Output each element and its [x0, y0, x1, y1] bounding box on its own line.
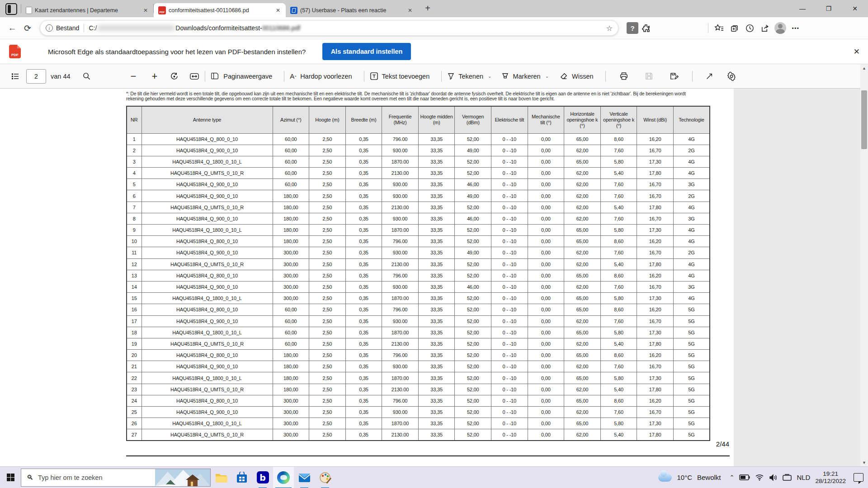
- extensions-puzzle-icon[interactable]: [638, 20, 654, 36]
- language-indicator[interactable]: NLD: [797, 474, 810, 481]
- wifi-icon[interactable]: [755, 474, 764, 481]
- table-cell: 0,35: [345, 202, 382, 213]
- table-cell: 5,40: [600, 429, 637, 441]
- table-cell: 796.00: [382, 350, 419, 361]
- restore-button[interactable]: ❐: [816, 0, 842, 17]
- table-cell: HAQU4518R4_Q_800_0_10: [142, 270, 273, 281]
- print-icon[interactable]: [619, 72, 628, 80]
- draw-button[interactable]: Tekenen ⌄: [447, 72, 491, 80]
- table-cell: 5,40: [600, 338, 637, 349]
- taskbar-microsoft-store[interactable]: [231, 467, 252, 488]
- table-of-contents-icon[interactable]: [11, 72, 20, 81]
- highlight-button[interactable]: Markeren ⌄: [501, 72, 549, 80]
- table-cell: 33,35: [418, 418, 455, 429]
- pdf-page: *: De tilt die hier vermeld wordt is een…: [0, 89, 734, 466]
- tab-conformiteitsattest-pdf[interactable]: PDF conformiteitsattest-00110686.pd ✕: [154, 3, 286, 17]
- profile-avatar[interactable]: [773, 20, 788, 36]
- clock[interactable]: 19:21 28/12/2022: [815, 470, 846, 485]
- taskbar-search-box[interactable]: 🔍︎ Typ hier om te zoeken: [21, 469, 211, 487]
- table-cell: 17,30: [637, 372, 674, 384]
- hidden-icons-chevron[interactable]: ⌃: [730, 474, 735, 481]
- tab-userbase[interactable]: (57) Userbase - Plaats een reactie ✕: [286, 3, 418, 17]
- search-icon[interactable]: [82, 72, 91, 80]
- taskbar-file-explorer[interactable]: [211, 467, 231, 488]
- tab-kaart-zendantennes[interactable]: Kaart zendantennes | Departeme ✕: [21, 3, 153, 17]
- collections-icon[interactable]: [726, 20, 742, 36]
- expand-fullscreen-icon[interactable]: [705, 72, 713, 80]
- table-cell: 17,80: [637, 168, 674, 179]
- table-cell: 52,00: [455, 258, 491, 270]
- tab-close-icon[interactable]: ✕: [142, 6, 150, 14]
- refresh-button[interactable]: ⟳: [20, 20, 35, 36]
- notification-close-icon[interactable]: ✕: [854, 47, 860, 56]
- taskbar-edge[interactable]: [273, 467, 294, 488]
- zoom-out-icon[interactable]: −: [131, 71, 137, 81]
- erase-button[interactable]: Wissen: [560, 72, 594, 80]
- table-cell: 11: [127, 247, 142, 258]
- read-aloud-button[interactable]: A⌁ Hardop voorlezen: [290, 73, 352, 80]
- tray-temperature[interactable]: 10°C: [677, 474, 692, 481]
- tab-title: Kaart zendantennes | Departeme: [35, 7, 139, 14]
- save-as-icon[interactable]: [670, 72, 679, 80]
- tab-close-icon[interactable]: ✕: [274, 6, 282, 14]
- table-cell: 0,35: [345, 236, 382, 247]
- table-cell: HAQU4518R4_Q_1800_0_10_L: [142, 327, 273, 338]
- scroll-up-arrow[interactable]: ▲: [860, 64, 868, 72]
- table-cell: 0 - -10: [491, 384, 528, 395]
- rotate-icon[interactable]: [170, 72, 179, 80]
- add-text-button[interactable]: Tekst toevoegen: [370, 72, 430, 80]
- tray-weather[interactable]: Bewolkt: [697, 474, 721, 481]
- table-cell: 796.00: [382, 236, 419, 247]
- taskbar-paint[interactable]: [315, 467, 335, 488]
- table-cell: 0,35: [345, 304, 382, 315]
- table-cell: 1870.00: [382, 418, 419, 429]
- scrollbar-thumb[interactable]: [861, 90, 867, 149]
- weather-cloud-icon[interactable]: [658, 474, 672, 482]
- volume-icon[interactable]: [769, 474, 778, 481]
- table-column-header: Frequentie (MHz): [382, 106, 419, 133]
- pdf-settings-gear-icon[interactable]: [727, 72, 736, 81]
- tab-close-icon[interactable]: ✕: [406, 6, 414, 14]
- table-cell: HAQU4518R4_Q_UMTS_0_10_R: [142, 384, 273, 395]
- table-cell: 930.00: [382, 213, 419, 224]
- page-view-button[interactable]: Paginaweergave: [211, 72, 272, 80]
- new-tab-button[interactable]: +: [422, 3, 433, 14]
- help-button[interactable]: ?: [627, 22, 638, 34]
- add-favorite-star-icon[interactable]: ☆: [606, 24, 613, 33]
- bol-app-icon: b: [257, 471, 269, 483]
- table-cell: 17,30: [637, 225, 674, 236]
- vertical-scrollbar[interactable]: ▲ ▼: [860, 64, 868, 466]
- start-button[interactable]: [0, 467, 21, 488]
- table-column-header: Hoogte (m): [309, 106, 346, 133]
- taskbar-bol-app[interactable]: b: [252, 467, 273, 488]
- history-icon[interactable]: [742, 20, 757, 36]
- action-center-icon[interactable]: [854, 473, 863, 482]
- share-icon[interactable]: [757, 20, 773, 36]
- address-redacted-segment: [98, 25, 175, 31]
- scroll-down-arrow[interactable]: ▼: [860, 459, 868, 466]
- close-button[interactable]: ✕: [842, 0, 868, 17]
- taskbar-mail[interactable]: [294, 467, 315, 488]
- search-highlight-winter-image[interactable]: [155, 469, 210, 486]
- table-cell: 17: [127, 315, 142, 327]
- table-cell: 33,35: [418, 213, 455, 224]
- page-number-input[interactable]: [26, 69, 46, 84]
- fit-to-width-icon[interactable]: [189, 72, 199, 80]
- back-button[interactable]: ←: [5, 20, 20, 36]
- table-cell: 0,35: [345, 270, 382, 281]
- address-bar[interactable]: i Bestand C:/ Downloads/conformiteitsatt…: [40, 20, 618, 36]
- tab-actions-icon[interactable]: [5, 3, 17, 15]
- battery-icon[interactable]: [739, 474, 750, 480]
- favorites-star-icon[interactable]: [711, 20, 726, 36]
- touch-keyboard-icon[interactable]: [783, 474, 792, 481]
- set-as-default-button[interactable]: Als standaard instellen: [322, 43, 411, 60]
- minimize-button[interactable]: —: [789, 0, 816, 17]
- page-info-icon[interactable]: i: [46, 24, 53, 32]
- table-cell: 2,50: [309, 236, 346, 247]
- zoom-in-icon[interactable]: +: [151, 71, 157, 81]
- table-cell: HAQU4518R4_Q_900_0_10: [142, 145, 273, 156]
- table-cell: 2130.00: [382, 384, 419, 395]
- table-cell: 0,35: [345, 384, 382, 395]
- settings-menu-ellipsis-icon[interactable]: ⋯: [788, 20, 803, 36]
- table-column-header: Verticale openingshoe k (°): [600, 106, 637, 133]
